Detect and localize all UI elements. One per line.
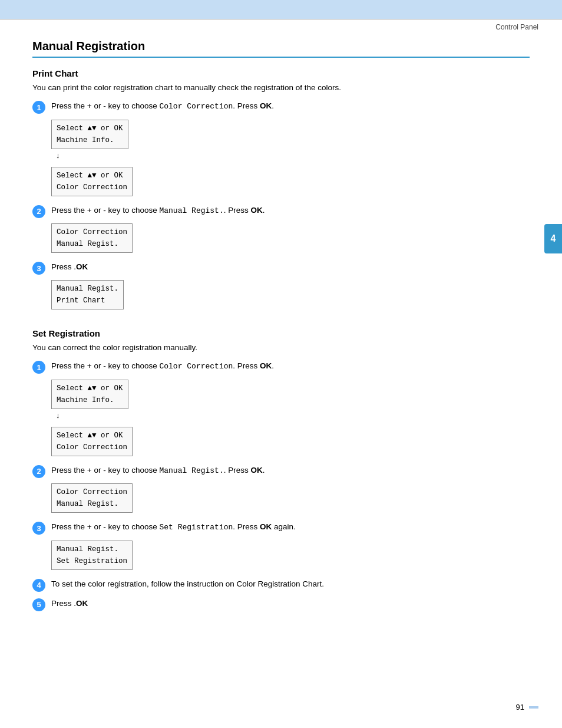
step-content: Press .OK <box>51 598 530 610</box>
step-content: Press .OKManual Regist. Print Chart <box>51 261 530 312</box>
step-number-badge: 2 <box>32 205 45 218</box>
step-set-registration-4: 4To set the color registration, follow t… <box>32 578 530 592</box>
step-bold: OK <box>260 361 272 370</box>
step-number-badge: 3 <box>32 262 45 275</box>
lcd-group: Manual Regist. Print Chart <box>51 276 530 309</box>
step-text: Press the + or - key to choose Color Cor… <box>51 100 530 113</box>
lcd-box: Manual Regist. Set Registration <box>51 541 133 570</box>
step-content: Press the + or - key to choose Set Regis… <box>51 521 530 572</box>
step-print-chart-2: 2Press the + or - key to choose Manual R… <box>32 205 530 256</box>
page-number-area: 91 <box>516 703 538 711</box>
lcd-group: Select ▲▼ or OK Machine Info.↓ <box>51 376 530 420</box>
section-print-chart: Print ChartYou can print the color regis… <box>32 68 530 312</box>
step-content: Press the + or - key to choose Manual Re… <box>51 465 530 516</box>
step-number-badge: 4 <box>32 579 45 592</box>
step-number-badge: 2 <box>32 465 45 478</box>
arrow-down-icon: ↓ <box>56 411 530 420</box>
lcd-box: Color Correction Manual Regist. <box>51 483 133 513</box>
step-bold: OK <box>250 206 262 215</box>
lcd-group: Select ▲▼ or OK Color Correction <box>51 163 530 196</box>
section-set-registration: Set RegistrationYou can correct the colo… <box>32 328 530 611</box>
breadcrumb: Control Panel <box>0 19 562 34</box>
page-title: Manual Registration <box>32 39 530 53</box>
step-set-registration-5: 5Press .OK <box>32 598 530 611</box>
lcd-box: Select ▲▼ or OK Color Correction <box>51 427 133 456</box>
step-code: Color Correction <box>159 362 233 371</box>
lcd-box: Select ▲▼ or OK Machine Info. <box>51 120 128 149</box>
lcd-group: Select ▲▼ or OK Machine Info.↓ <box>51 116 530 160</box>
lcd-box: Select ▲▼ or OK Machine Info. <box>51 380 128 409</box>
step-set-registration-2: 2Press the + or - key to choose Manual R… <box>32 465 530 516</box>
step-text: Press the + or - key to choose Set Regis… <box>51 521 530 533</box>
step-print-chart-3: 3Press .OKManual Regist. Print Chart <box>32 261 530 312</box>
page-number: 91 <box>516 703 524 711</box>
page-number-box <box>529 706 538 709</box>
step-text: Press the + or - key to choose Color Cor… <box>51 360 530 373</box>
step-content: Press the + or - key to choose Color Cor… <box>51 100 530 199</box>
step-set-registration-3: 3Press the + or - key to choose Set Regi… <box>32 521 530 572</box>
step-bold: OK <box>250 466 262 475</box>
lcd-group: Color Correction Manual Regist. <box>51 480 530 513</box>
step-number-badge: 1 <box>32 101 45 114</box>
lcd-box: Manual Regist. Print Chart <box>51 280 124 309</box>
step-print-chart-1: 1Press the + or - key to choose Color Co… <box>32 100 530 199</box>
section-title-set-registration: Set Registration <box>32 328 530 338</box>
step-bold: OK <box>260 522 272 531</box>
step-number-badge: 3 <box>32 522 45 535</box>
step-code: Color Correction <box>159 102 233 111</box>
section-desc-set-registration: You can correct the color registration m… <box>32 343 530 352</box>
lcd-group: Select ▲▼ or OK Color Correction <box>51 423 530 456</box>
step-code: Manual Regist. <box>159 206 223 215</box>
section-title-print-chart: Print Chart <box>32 68 530 78</box>
step-bold: OK <box>76 262 88 271</box>
lcd-box: Select ▲▼ or OK Color Correction <box>51 167 133 196</box>
top-bar <box>0 0 562 19</box>
step-text: To set the color registration, follow th… <box>51 578 530 590</box>
step-text: Press the + or - key to choose Manual Re… <box>51 205 530 217</box>
step-content: To set the color registration, follow th… <box>51 578 530 590</box>
lcd-group: Color Correction Manual Regist. <box>51 220 530 253</box>
step-text: Press .OK <box>51 261 530 273</box>
step-set-registration-1: 1Press the + or - key to choose Color Co… <box>32 360 530 459</box>
step-bold: OK <box>260 101 272 110</box>
content-area: Manual Registration Print ChartYou can p… <box>0 34 562 651</box>
step-code: Manual Regist. <box>159 466 223 475</box>
step-code: Set Registration <box>159 523 233 532</box>
step-text: Press .OK <box>51 598 530 610</box>
lcd-group: Manual Regist. Set Registration <box>51 537 530 570</box>
step-text: Press the + or - key to choose Manual Re… <box>51 465 530 477</box>
step-number-badge: 5 <box>32 598 45 611</box>
section-desc-print-chart: You can print the color registration cha… <box>32 83 530 92</box>
sections-container: Print ChartYou can print the color regis… <box>32 68 530 611</box>
tab-label: 4 <box>544 224 562 253</box>
step-content: Press the + or - key to choose Manual Re… <box>51 205 530 256</box>
lcd-box: Color Correction Manual Regist. <box>51 223 133 253</box>
step-bold: OK <box>76 599 88 608</box>
arrow-down-icon: ↓ <box>56 151 530 160</box>
title-rule <box>32 57 530 58</box>
step-number-badge: 1 <box>32 361 45 374</box>
step-content: Press the + or - key to choose Color Cor… <box>51 360 530 459</box>
